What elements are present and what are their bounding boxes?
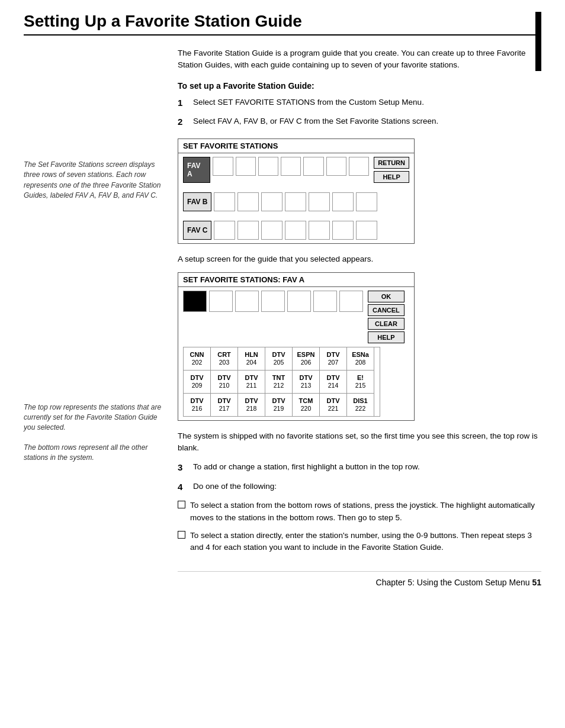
fav-c-row: FAV C: [183, 221, 409, 240]
fav-c-cell-3[interactable]: [261, 221, 282, 240]
station-dtv216[interactable]: DTV 216: [184, 394, 211, 416]
step-4-item-1-text: To select a station from the bottom rows…: [190, 500, 541, 524]
sidebar-note-2: The top row represents the stations that…: [24, 402, 166, 433]
fav-b-label[interactable]: FAV B: [183, 192, 211, 211]
page-header: Setting Up a Favorite Station Guide: [24, 12, 541, 36]
station-tcm[interactable]: TCM 220: [293, 394, 320, 416]
fav-c-label[interactable]: FAV C: [183, 221, 211, 240]
station-dtv219[interactable]: DTV 219: [265, 394, 293, 416]
blank-top-row-text: The system is shipped with no favorite s…: [178, 430, 541, 455]
help-button-1[interactable]: HELP: [374, 171, 409, 183]
fav-b-cell-6[interactable]: [332, 192, 354, 211]
fav-c-cell-1[interactable]: [214, 221, 235, 240]
ok-button[interactable]: OK: [368, 291, 405, 302]
step-1: 1 Select SET FAVORITE STATIONS from the …: [178, 96, 541, 110]
station-esna[interactable]: ESNa 208: [347, 347, 374, 370]
fav-a-cell-2[interactable]: [236, 157, 256, 176]
station-dtv218[interactable]: DTV 218: [238, 394, 265, 416]
station-dtv209[interactable]: DTV 209: [184, 371, 211, 393]
fav-c-cell-6[interactable]: [332, 221, 354, 240]
fav-a-top-cell-6[interactable]: [313, 291, 337, 312]
fav-a-top-cell-1-selected[interactable]: [183, 291, 207, 312]
station-dtv205[interactable]: DTV 205: [265, 347, 293, 370]
station-dtv210[interactable]: DTV 210: [211, 371, 238, 393]
station-crt[interactable]: CRT 203: [211, 347, 238, 370]
right-column: The Favorite Station Guide is a program …: [178, 47, 541, 587]
station-row-3: DTV 216 DTV 217 DTV 218: [184, 394, 374, 416]
fav-c-cell-4[interactable]: [285, 221, 306, 240]
station-hln[interactable]: HLN 204: [238, 347, 265, 370]
station-dtv221[interactable]: DTV 221: [320, 394, 347, 416]
fav-a-top-row: OK CANCEL CLEAR HELP: [183, 291, 409, 343]
setup-screen-text: A setup screen for the guide that you se…: [178, 253, 541, 265]
fav-a-top-cell-5[interactable]: [287, 291, 311, 312]
fav-a-top-cell-3[interactable]: [235, 291, 259, 312]
cancel-button[interactable]: CANCEL: [368, 304, 405, 316]
fav-a-row: FAV A RETURN HELP: [183, 157, 409, 183]
fav-b-cell-3[interactable]: [261, 192, 282, 211]
step-3-number: 3: [178, 461, 188, 475]
station-espn[interactable]: ESPN 206: [293, 347, 320, 370]
fav-b-cell-1[interactable]: [214, 192, 235, 211]
return-button[interactable]: RETURN: [374, 157, 409, 169]
station-cnn[interactable]: CNN 202: [184, 347, 211, 370]
sidebar-note-3: The bottom rows represent all the other …: [24, 443, 166, 463]
step-3: 3 To add or change a station, first high…: [178, 461, 541, 475]
step-2-text: Select FAV A, FAV B, or FAV C from the S…: [193, 115, 438, 129]
station-dtv217[interactable]: DTV 217: [211, 394, 238, 416]
step-4-list: To select a station from the bottom rows…: [178, 500, 541, 553]
fav-a-cell-6[interactable]: [326, 157, 346, 176]
footer-chapter: Chapter 5: Using the Custom Setup Menu 5…: [376, 578, 541, 587]
fav-b-cell-5[interactable]: [309, 192, 330, 211]
fav-c-cell-7[interactable]: [356, 221, 377, 240]
fav-a-top-cell-7[interactable]: [339, 291, 363, 312]
fav-a-cell-5[interactable]: [303, 157, 323, 176]
step-4-item-2: To select a station directly, enter the …: [178, 530, 541, 554]
fav-a-label[interactable]: FAV A: [183, 157, 210, 183]
fav-b-cell-4[interactable]: [285, 192, 306, 211]
fav-a-inner: OK CANCEL CLEAR HELP CNN: [178, 287, 414, 420]
step-4-item-2-text: To select a station directly, enter the …: [190, 530, 541, 554]
fav-a-cell-1[interactable]: [213, 157, 233, 176]
set-favorite-stations-title: SET FAVORITE STATIONS: [178, 139, 414, 153]
stations-wrapper: CNN 202 CRT 203 HLN 204: [183, 347, 409, 417]
station-dtv214[interactable]: DTV 214: [320, 371, 347, 393]
page-footer: Chapter 5: Using the Custom Setup Menu 5…: [178, 571, 541, 587]
intro-text: The Favorite Station Guide is a program …: [178, 47, 541, 72]
step-4-item-1: To select a station from the bottom rows…: [178, 500, 541, 524]
fav-a-top-cell-2[interactable]: [209, 291, 233, 312]
fav-a-right-buttons: OK CANCEL CLEAR HELP: [368, 291, 405, 343]
station-e215[interactable]: E! 215: [347, 371, 374, 393]
fav-right-buttons: RETURN HELP: [374, 157, 409, 183]
fav-a-top-cell-4[interactable]: [261, 291, 285, 312]
step-2-number: 2: [178, 115, 188, 129]
station-dtv211[interactable]: DTV 211: [238, 371, 265, 393]
fav-c-cell-2[interactable]: [237, 221, 259, 240]
station-dtv213[interactable]: DTV 213: [293, 371, 320, 393]
checkbox-icon-1: [178, 501, 185, 508]
clear-button[interactable]: CLEAR: [368, 318, 405, 330]
fav-b-row: FAV B: [183, 192, 409, 211]
fav-a-cell-3[interactable]: [258, 157, 278, 176]
step-4-text: Do one of the following:: [193, 481, 277, 494]
fav-a-cell-7[interactable]: [349, 157, 369, 176]
steps: 1 Select SET FAVORITE STATIONS from the …: [178, 96, 541, 129]
station-row-1: CNN 202 CRT 203 HLN 204: [184, 347, 374, 371]
instruction-heading: To set up a Favorite Station Guide:: [178, 81, 541, 91]
station-tnt[interactable]: TNT 212: [265, 371, 293, 393]
fav-station-grid: FAV A RETURN HELP: [178, 153, 414, 243]
stations-side-bar: [374, 347, 380, 417]
station-dis1[interactable]: DIS1 222: [347, 394, 374, 416]
help-button-2[interactable]: HELP: [368, 331, 405, 343]
set-favorite-stations-box: SET FAVORITE STATIONS FAV A RETURN: [178, 138, 415, 244]
fav-a-cell-4[interactable]: [281, 157, 301, 176]
footer-chapter-text: Chapter 5: Using the Custom Setup Menu: [376, 578, 532, 587]
fav-c-cell-5[interactable]: [309, 221, 330, 240]
fav-b-cell-7[interactable]: [356, 192, 377, 211]
left-sidebar-note-1: The Set Favorite Stations screen display…: [24, 160, 166, 201]
sidebar-note-1: The Set Favorite Stations screen display…: [24, 160, 166, 201]
step-2: 2 Select FAV A, FAV B, or FAV C from the…: [178, 115, 541, 129]
fav-b-cell-2[interactable]: [237, 192, 259, 211]
station-dtv207[interactable]: DTV 207: [320, 347, 347, 370]
checkbox-icon-2: [178, 531, 185, 539]
